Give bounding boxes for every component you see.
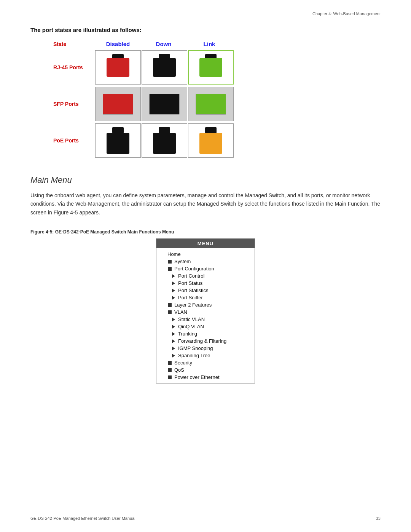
col-state: State (53, 41, 95, 47)
forwarding-icon (171, 339, 176, 344)
port-states-section: The port states are illustrated as follo… (30, 27, 381, 160)
menu-item-vlan[interactable]: VLAN (160, 308, 251, 316)
poe-down-icon (153, 127, 176, 154)
menu-forwarding-label: Forwarding & Filtering (178, 338, 226, 344)
poe-link-cell (188, 123, 234, 158)
page-footer: GE-DS-242-PoE Managed Ethernet Switch Us… (30, 516, 381, 521)
system-icon (167, 259, 172, 264)
static-vlan-icon (171, 317, 176, 322)
port-config-icon (167, 266, 172, 272)
menu-item-trunking[interactable]: Trunking (160, 330, 251, 337)
rj45-down-cell (142, 50, 187, 85)
footer-right: 33 (376, 516, 381, 521)
security-icon (167, 360, 172, 366)
rj45-link-cell (188, 50, 234, 85)
qos-icon (167, 367, 172, 373)
rj45-label: RJ-45 Ports (53, 64, 95, 70)
menu-layer2-label: Layer 2 Features (174, 302, 212, 308)
menu-item-system[interactable]: System (160, 258, 251, 265)
poe-body-black-disabled (107, 133, 129, 154)
main-menu-section: Main Menu Using the onboard web agent, y… (30, 175, 381, 383)
sfp-down-cell (142, 87, 187, 121)
table-header-row: State Disabled Down Link (53, 41, 381, 47)
poe-down-cell (142, 123, 187, 158)
menu-static-vlan-label: Static VLAN (178, 316, 205, 322)
menu-qinq-vlan-label: QinQ VLAN (178, 324, 204, 329)
menu-qos-label: QoS (174, 367, 184, 373)
menu-item-qinq-vlan[interactable]: QinQ VLAN (160, 323, 251, 330)
rj45-body-red (107, 58, 129, 77)
igmp-icon (171, 346, 176, 351)
menu-item-port-sniffer[interactable]: Port Sniffer (160, 294, 251, 301)
poe-connector-link (205, 127, 217, 133)
footer-left: GE-DS-242-PoE Managed Ethernet Switch Us… (30, 516, 135, 521)
rj45-disabled-cell (95, 50, 141, 85)
port-states-heading: The port states are illustrated as follo… (30, 27, 381, 33)
menu-item-port-control[interactable]: Port Control (160, 272, 251, 280)
menu-spanning-tree-label: Spanning Tree (178, 353, 210, 358)
port-control-icon (171, 273, 176, 279)
rj45-body-black (153, 58, 176, 77)
poe-row: PoE Ports (53, 123, 381, 158)
main-menu-title: Main Menu (30, 175, 381, 185)
poe-body-black-down (153, 133, 176, 154)
col-disabled: Disabled (95, 41, 141, 47)
menu-item-poe[interactable]: Power over Ethernet (160, 374, 251, 381)
sfp-row: SFP Ports (53, 87, 381, 121)
poe-disabled-icon (107, 127, 129, 154)
menu-title-bar: MENU (156, 239, 255, 248)
sfp-label: SFP Ports (53, 101, 95, 107)
poe-disabled-cell (95, 123, 141, 158)
col-link: Link (186, 41, 232, 47)
figure-caption: Figure 4-5: GE-DS-242-PoE Managed Switch… (30, 226, 381, 235)
rj45-down-icon (151, 54, 178, 81)
menu-security-label: Security (174, 360, 192, 366)
menu-igmp-label: IGMP Snooping (178, 345, 213, 351)
menu-system-label: System (174, 259, 191, 264)
sfp-link-icon (196, 94, 226, 115)
port-states-table: State Disabled Down Link RJ-45 Ports (53, 41, 381, 160)
menu-item-home[interactable]: Home (160, 251, 251, 258)
menu-port-status-label: Port Status (178, 280, 202, 286)
menu-item-igmp[interactable]: IGMP Snooping (160, 345, 251, 352)
chapter-header: Chapter 4: Web-Based Management (312, 11, 381, 16)
layer2-icon (167, 302, 172, 308)
trunking-icon (171, 331, 176, 337)
spanning-tree-icon (171, 353, 176, 358)
sfp-link-cell (188, 87, 234, 121)
sfp-down-icon (149, 94, 180, 115)
poe-connector-disabled (112, 127, 124, 133)
menu-vlan-label: VLAN (174, 309, 187, 315)
poe-label: PoE Ports (53, 137, 95, 144)
rj45-row: RJ-45 Ports (53, 50, 381, 85)
poe-link-icon (199, 127, 222, 154)
menu-item-port-status[interactable]: Port Status (160, 280, 251, 287)
menu-item-qos[interactable]: QoS (160, 366, 251, 374)
menu-trunking-label: Trunking (178, 331, 197, 337)
vlan-icon (167, 310, 172, 315)
menu-item-security[interactable]: Security (160, 359, 251, 366)
menu-item-spanning-tree[interactable]: Spanning Tree (160, 352, 251, 359)
qinq-vlan-icon (171, 324, 176, 329)
menu-port-sniffer-label: Port Sniffer (178, 295, 203, 300)
menu-item-port-config[interactable]: Port Configuration (160, 265, 251, 272)
main-menu-description: Using the onboard web agent, you can def… (30, 191, 381, 217)
menu-item-port-statistics[interactable]: Port Statistics (160, 287, 251, 294)
port-statistics-icon (171, 288, 176, 293)
rj45-body-green (199, 58, 222, 77)
menu-port-control-label: Port Control (178, 273, 204, 279)
menu-poe-label: Power over Ethernet (174, 374, 220, 380)
sfp-disabled-cell (95, 87, 141, 121)
menu-item-layer2[interactable]: Layer 2 Features (160, 301, 251, 308)
menu-body: Home System Port Configuration Port Cont… (156, 248, 255, 383)
poe-connector-down (159, 127, 170, 133)
home-spacer (160, 252, 166, 257)
menu-port-statistics-label: Port Statistics (178, 288, 208, 293)
menu-port-config-label: Port Configuration (174, 266, 214, 272)
poe-icon (167, 375, 172, 380)
menu-item-forwarding[interactable]: Forwarding & Filtering (160, 337, 251, 345)
col-down: Down (141, 41, 186, 47)
menu-item-static-vlan[interactable]: Static VLAN (160, 316, 251, 323)
port-sniffer-icon (171, 295, 176, 300)
sfp-disabled-icon (103, 94, 133, 115)
